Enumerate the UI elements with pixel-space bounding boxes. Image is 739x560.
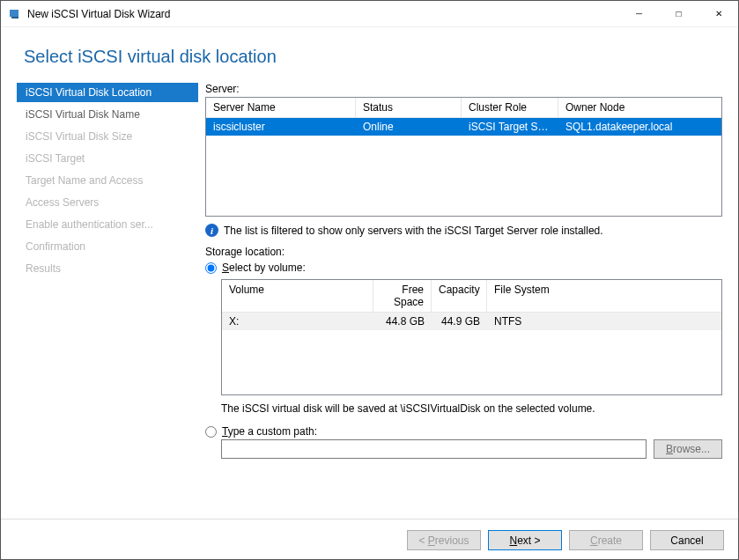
cancel-button[interactable]: Cancel (650, 530, 724, 550)
nav-step-results: Results (17, 259, 198, 278)
cell-cluster-role: iSCSI Target Se... (462, 118, 558, 136)
server-row[interactable]: iscsicluster Online iSCSI Target Se... S… (206, 118, 721, 136)
create-button: Create (569, 530, 643, 550)
server-label: Server: (205, 83, 722, 95)
app-icon (8, 7, 22, 21)
radio-custom-path-input[interactable] (205, 426, 217, 438)
cell-server-name: iscsicluster (206, 118, 356, 136)
nav-step-size: iSCSI Virtual Disk Size (17, 127, 198, 146)
nav-step-target: iSCSI Target (17, 149, 198, 168)
window-title: New iSCSI Virtual Disk Wizard (27, 8, 619, 20)
info-line: i The list is filtered to show only serv… (205, 224, 722, 237)
volume-table-header: Volume Free Space Capacity File System (222, 280, 721, 313)
next-button[interactable]: Next > (488, 530, 562, 550)
custom-path-input[interactable] (221, 439, 647, 459)
cell-status: Online (356, 118, 462, 136)
nav-step-name[interactable]: iSCSI Virtual Disk Name (17, 105, 198, 124)
radio-select-by-volume-input[interactable] (205, 262, 217, 274)
col-capacity[interactable]: Capacity (432, 280, 487, 312)
nav-step-confirm: Confirmation (17, 237, 198, 256)
minimize-button[interactable]: ─ (619, 1, 659, 26)
cell-volume: X: (222, 313, 373, 330)
col-owner-node[interactable]: Owner Node (558, 98, 721, 117)
window-controls: ─ □ ✕ (619, 1, 738, 26)
col-cluster-role[interactable]: Cluster Role (462, 98, 558, 117)
cell-freespace: 44.8 GB (373, 313, 432, 330)
wizard-footer: < Previous Next > Create Cancel (1, 519, 738, 560)
nav-step-access: Access Servers (17, 193, 198, 212)
volume-row[interactable]: X: 44.8 GB 44.9 GB NTFS (222, 313, 721, 330)
previous-button: < Previous (407, 530, 481, 550)
close-button[interactable]: ✕ (698, 1, 738, 26)
titlebar: New iSCSI Virtual Disk Wizard ─ □ ✕ (1, 1, 738, 27)
page-title: Select iSCSI virtual disk location (1, 27, 738, 74)
wizard-nav: iSCSI Virtual Disk Location iSCSI Virtua… (17, 83, 198, 519)
radio-select-by-volume-label: Select by volume: (222, 262, 306, 274)
maximize-button[interactable]: □ (659, 1, 698, 26)
nav-step-auth: Enable authentication ser... (17, 215, 198, 234)
svg-rect-1 (11, 17, 18, 18)
radio-select-by-volume[interactable]: Select by volume: (205, 262, 722, 274)
storage-location-label: Storage location: (205, 246, 722, 258)
volume-table[interactable]: Volume Free Space Capacity File System X… (221, 279, 722, 395)
info-icon: i (205, 224, 218, 237)
svg-rect-0 (10, 10, 18, 17)
nav-step-location[interactable]: iSCSI Virtual Disk Location (17, 83, 198, 102)
cell-capacity: 44.9 GB (432, 313, 487, 330)
nav-step-targetname: Target Name and Access (17, 171, 198, 190)
server-table-header: Server Name Status Cluster Role Owner No… (206, 98, 721, 118)
col-freespace[interactable]: Free Space (373, 280, 432, 312)
server-table[interactable]: Server Name Status Cluster Role Owner No… (205, 97, 722, 217)
info-text: The list is filtered to show only server… (224, 225, 603, 237)
cell-owner-node: SQL1.datakeeper.local (558, 118, 721, 136)
cell-filesystem: NTFS (487, 313, 721, 330)
radio-custom-path[interactable]: Type a custom path: (205, 425, 722, 438)
radio-custom-path-label: Type a custom path: (222, 425, 317, 438)
col-filesystem[interactable]: File System (487, 280, 721, 312)
col-volume[interactable]: Volume (222, 280, 373, 312)
col-status[interactable]: Status (356, 98, 462, 117)
col-server-name[interactable]: Server Name (206, 98, 356, 117)
save-path-note: The iSCSI virtual disk will be saved at … (221, 402, 722, 415)
browse-button[interactable]: Browse... (654, 439, 722, 459)
